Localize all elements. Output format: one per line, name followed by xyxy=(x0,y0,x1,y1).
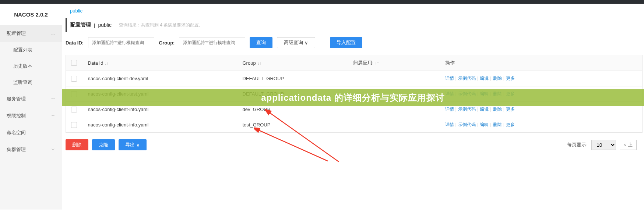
cell-app xyxy=(348,102,440,117)
op-more[interactable]: 更多 xyxy=(506,107,515,112)
bulk-actions: 删除 克隆 导出 ∨ 每页显示: 10 < 上 xyxy=(66,133,644,157)
op-sample[interactable]: 示例代码 xyxy=(458,76,476,81)
group-input[interactable] xyxy=(179,37,245,48)
op-more[interactable]: 更多 xyxy=(506,76,515,81)
sort-icon: ↓↑ xyxy=(105,61,109,65)
chevron-down-icon: ∨ xyxy=(305,40,308,46)
sidebar-item-listener[interactable]: 监听查询 xyxy=(0,74,62,90)
row-checkbox[interactable] xyxy=(71,122,77,128)
import-config-button[interactable]: 导入配置 xyxy=(330,37,362,48)
op-detail[interactable]: 详情 xyxy=(445,76,454,81)
chevron-down-icon: ﹀ xyxy=(51,96,55,102)
col-header-dataid[interactable]: Data Id↓↑ xyxy=(83,55,237,71)
col-header-app[interactable]: 归属应用:↓↑ xyxy=(348,55,440,71)
export-label: 导出 xyxy=(125,142,135,148)
query-button[interactable]: 查询 xyxy=(250,37,272,48)
op-more[interactable]: 更多 xyxy=(506,91,515,96)
sidebar-item-namespace[interactable]: 命名空间 xyxy=(0,124,62,141)
dataid-label: Data ID: xyxy=(66,40,84,46)
sidebar-item-permission[interactable]: 权限控制 ﹀ xyxy=(0,107,62,124)
sidebar-item-label: 配置管理 xyxy=(7,30,26,37)
op-sample[interactable]: 示例代码 xyxy=(458,122,476,127)
table-row: nacos-config-client-test.yamlDEFAULT_GRO… xyxy=(66,86,643,102)
op-delete[interactable]: 删除 xyxy=(493,107,502,112)
cell-group: DEFAULT_GROUP xyxy=(237,86,348,102)
cell-dataid: nacos-config-client-info.yaml xyxy=(83,102,237,117)
op-sample[interactable]: 示例代码 xyxy=(458,107,476,112)
cell-group: DEFAULT_GROUP xyxy=(237,71,348,86)
table-row: nacos-config-client-dev.yamlDEFAULT_GROU… xyxy=(66,71,643,86)
table-header-row: Data Id↓↑ Group↓↑ 归属应用:↓↑ 操作 xyxy=(66,55,643,71)
page-subtitle: public xyxy=(98,22,112,28)
advanced-query-label: 高级查询 xyxy=(284,39,303,46)
op-delete[interactable]: 删除 xyxy=(493,91,502,96)
cell-dataid: nacos-config-client-info.yaml xyxy=(83,117,237,133)
page-title: 配置管理 xyxy=(70,22,91,28)
main-content: public 配置管理 | public 查询结果：共查询到 4 条满足要求的配… xyxy=(62,4,644,210)
sidebar-item-label: 命名空间 xyxy=(7,129,26,136)
result-hint: 查询结果：共查询到 4 条满足要求的配置。 xyxy=(119,22,203,28)
search-bar: Data ID: Group: 查询 高级查询 ∨ 导入配置 xyxy=(66,32,644,55)
page-size-label: 每页显示: xyxy=(567,142,588,148)
dataid-input[interactable] xyxy=(88,37,154,48)
bulk-delete-button[interactable]: 删除 xyxy=(66,139,88,150)
op-edit[interactable]: 编辑 xyxy=(480,76,489,81)
group-label: Group: xyxy=(159,40,175,46)
cell-group: test_GROUP xyxy=(237,117,348,133)
col-header-ops: 操作 xyxy=(440,55,643,71)
sidebar-item-label: 权限控制 xyxy=(7,112,26,119)
cell-app xyxy=(348,71,440,86)
op-detail[interactable]: 详情 xyxy=(445,107,454,112)
row-checkbox[interactable] xyxy=(71,76,77,82)
sidebar-item-config-list[interactable]: 配置列表 xyxy=(0,42,62,58)
table-row: nacos-config-client-info.yamltest_GROUP详… xyxy=(66,117,643,133)
sidebar-item-cluster[interactable]: 集群管理 ﹀ xyxy=(0,141,62,158)
op-delete[interactable]: 删除 xyxy=(493,76,502,81)
brand-title: NACOS 2.0.2 xyxy=(0,4,62,25)
op-detail[interactable]: 详情 xyxy=(445,122,454,127)
cell-ops: 详情|示例代码|编辑|删除|更多 xyxy=(440,117,643,133)
chevron-down-icon: ﹀ xyxy=(51,113,55,119)
cell-app xyxy=(348,117,440,133)
bulk-export-button[interactable]: 导出 ∨ xyxy=(119,139,147,150)
row-checkbox[interactable] xyxy=(71,91,77,97)
cell-app xyxy=(348,86,440,102)
op-more[interactable]: 更多 xyxy=(506,122,515,127)
bulk-clone-button[interactable]: 克隆 xyxy=(92,139,115,150)
op-edit[interactable]: 编辑 xyxy=(480,107,489,112)
cell-dataid: nacos-config-client-dev.yaml xyxy=(83,71,237,86)
cell-group: dev_GROUP xyxy=(237,102,348,117)
chevron-down-icon: ∨ xyxy=(136,142,140,148)
op-edit[interactable]: 编辑 xyxy=(480,122,489,127)
sidebar-item-service-mgmt[interactable]: 服务管理 ﹀ xyxy=(0,90,62,107)
advanced-query-button[interactable]: 高级查询 ∨ xyxy=(277,37,315,48)
op-delete[interactable]: 删除 xyxy=(493,122,502,127)
cell-ops: 详情|示例代码|编辑|删除|更多 xyxy=(440,86,643,102)
sidebar: NACOS 2.0.2 配置管理 ︿ 配置列表 历史版本 监听查询 服务管理 ﹀… xyxy=(0,4,62,210)
col-header-group[interactable]: Group↓↑ xyxy=(237,55,348,71)
top-bar xyxy=(0,0,644,4)
sidebar-item-label: 集群管理 xyxy=(7,146,26,153)
prev-page-button[interactable]: < 上 xyxy=(620,140,637,150)
cell-dataid: nacos-config-client-test.yaml xyxy=(83,86,237,102)
cell-ops: 详情|示例代码|编辑|删除|更多 xyxy=(440,71,643,86)
chevron-down-icon: ﹀ xyxy=(51,147,55,153)
op-detail[interactable]: 详情 xyxy=(445,91,454,96)
sidebar-item-label: 服务管理 xyxy=(7,96,26,102)
row-checkbox[interactable] xyxy=(71,107,77,112)
page-title-row: 配置管理 | public 查询结果：共查询到 4 条满足要求的配置。 xyxy=(66,18,644,32)
title-separator: | xyxy=(94,22,95,28)
op-sample[interactable]: 示例代码 xyxy=(458,91,476,96)
config-table: Data Id↓↑ Group↓↑ 归属应用:↓↑ 操作 nacos-confi… xyxy=(66,55,643,133)
sort-icon: ↓↑ xyxy=(257,61,261,65)
sidebar-item-config-mgmt[interactable]: 配置管理 ︿ xyxy=(0,25,62,42)
chevron-up-icon: ︿ xyxy=(51,31,55,36)
select-all-checkbox[interactable] xyxy=(71,60,77,66)
op-edit[interactable]: 编辑 xyxy=(480,91,489,96)
cell-ops: 详情|示例代码|编辑|删除|更多 xyxy=(440,102,643,117)
table-row: nacos-config-client-info.yamldev_GROUP详情… xyxy=(66,102,643,117)
sidebar-item-history[interactable]: 历史版本 xyxy=(0,58,62,74)
sort-icon: ↓↑ xyxy=(375,61,379,65)
page-size-select[interactable]: 10 xyxy=(591,140,616,150)
namespace-tab-public[interactable]: public xyxy=(68,7,85,15)
